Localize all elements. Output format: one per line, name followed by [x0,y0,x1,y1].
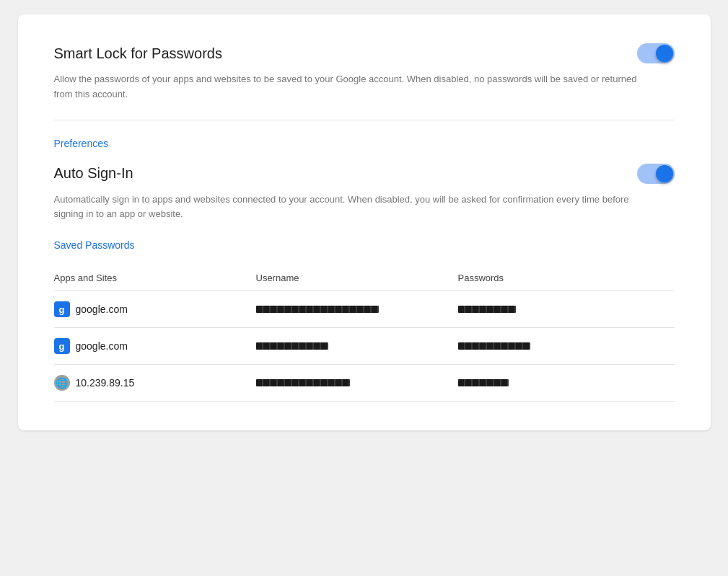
col-username: Username [256,273,458,283]
site-cell-3: 🌐 10.239.89.15 [54,375,256,391]
action-cell-2 [660,343,703,349]
site-cell-2: g google.com [54,338,256,354]
site-name-2: google.com [76,340,128,352]
preferences-section: Preferences Auto Sign-In Automatically s… [54,138,675,223]
action-cell-3 [660,380,703,386]
saved-passwords-label: Saved Passwords [54,239,675,251]
smartlock-toggle[interactable] [637,43,675,63]
toggle-thumb [656,45,673,62]
site-name-3: 10.239.89.15 [76,377,135,389]
smartlock-header-row: Smart Lock for Passwords [54,43,675,63]
autosignin-header-row: Auto Sign-In [54,164,675,184]
main-card: Smart Lock for Passwords Allow the passw… [18,14,711,430]
delete-button-2[interactable] [698,343,703,349]
table-header: Apps and Sites Username Passwords [54,265,675,291]
password-redacted-3 [458,379,509,386]
google-icon-2: g [54,338,70,354]
toggle-thumb-2 [656,165,673,182]
preferences-label: Preferences [54,138,675,149]
password-cell-2 [458,342,660,350]
site-cell-1: g google.com [54,301,256,317]
divider-1 [54,120,675,120]
smartlock-title: Smart Lock for Passwords [54,45,222,62]
password-cell-1 [458,306,660,313]
username-cell-3 [256,379,458,386]
table-row: 🌐 10.239.89.15 [54,365,675,402]
autosignin-toggle[interactable] [637,164,675,184]
delete-button-1[interactable] [698,306,703,312]
saved-passwords-section: Saved Passwords Apps and Sites Username … [54,239,675,402]
table-row: g google.com [54,291,675,328]
site-name-1: google.com [76,303,128,315]
globe-icon-3: 🌐 [54,375,70,391]
username-cell-2 [256,342,458,350]
username-redacted-3 [256,379,350,386]
password-redacted-2 [458,342,530,350]
passwords-table: Apps and Sites Username Passwords g goog… [54,265,675,402]
autosignin-title: Auto Sign-In [54,165,133,182]
col-actions [660,273,703,283]
smartlock-description: Allow the passwords of your apps and web… [54,72,646,102]
action-cell-1 [660,306,703,312]
username-cell-1 [256,306,458,313]
username-redacted-2 [256,342,328,350]
autosignin-description: Automatically sign in to apps and websit… [54,192,646,223]
password-redacted-1 [458,306,516,313]
password-cell-3 [458,379,660,386]
show-password-button-3[interactable] [683,380,689,386]
col-apps-sites: Apps and Sites [54,273,256,283]
google-icon-1: g [54,301,70,317]
table-row: g google.com [54,328,675,365]
col-passwords: Passwords [458,273,660,283]
username-redacted-1 [256,306,379,313]
delete-button-3[interactable] [698,380,703,386]
